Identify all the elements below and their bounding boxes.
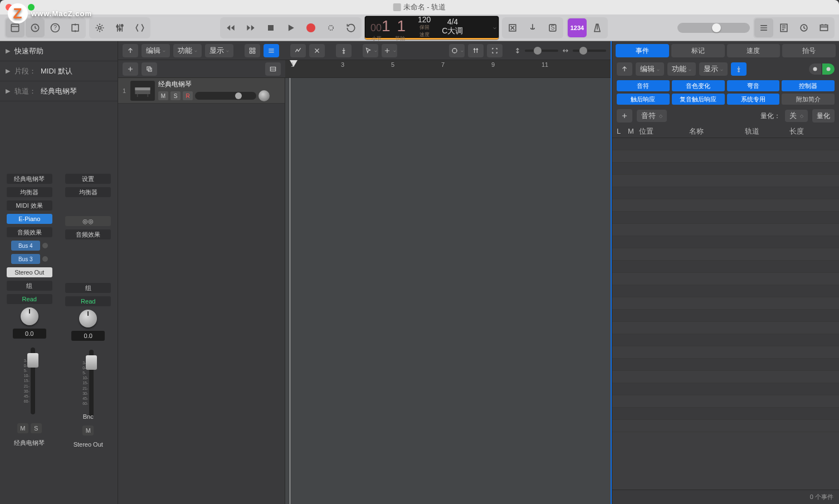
send-bus-1[interactable]: Bus 4: [11, 241, 40, 251]
functions-menu[interactable]: 功能⌵: [667, 62, 696, 76]
automation-button[interactable]: [290, 44, 306, 57]
inspector-button[interactable]: [26, 18, 45, 37]
solo-button[interactable]: S: [31, 423, 42, 433]
track-volume[interactable]: [195, 92, 256, 100]
event-type-select[interactable]: 音符◇: [637, 110, 667, 122]
snap-button[interactable]: ⌵: [449, 44, 465, 57]
pan-knob[interactable]: [21, 307, 38, 325]
lcd-display[interactable]: 001 1 小节节拍 120 保留 速度 4/4 C大调 ⌵: [365, 16, 499, 40]
output-slot[interactable]: Stereo Out: [7, 267, 52, 277]
arrange-area[interactable]: [285, 78, 611, 504]
stereo-icon-slot[interactable]: ◎◎: [65, 216, 111, 226]
capture-record-button[interactable]: [321, 18, 340, 37]
filter-controller[interactable]: 控制器: [782, 80, 835, 91]
audiofx-slot[interactable]: 音频效果: [7, 227, 52, 237]
filter-additional[interactable]: 附加简介: [782, 94, 835, 105]
tab-markers[interactable]: 标记: [671, 44, 725, 57]
quantize-button[interactable]: 量化: [812, 109, 835, 123]
library-button[interactable]: [6, 18, 25, 37]
record-button[interactable]: [301, 18, 320, 37]
flex-button[interactable]: [309, 44, 325, 57]
filter-pitchbend[interactable]: 弯音: [727, 80, 780, 91]
pan-knob[interactable]: [79, 310, 97, 327]
lcd-menu-chevron[interactable]: ⌵: [493, 24, 496, 30]
track-pan[interactable]: [258, 90, 270, 101]
mute-button[interactable]: M: [17, 423, 28, 433]
track-record[interactable]: R: [183, 91, 193, 100]
notepad-button[interactable]: [774, 18, 793, 37]
quick-help-disclosure[interactable]: ▶快速帮助: [0, 41, 118, 61]
event-list[interactable]: [612, 138, 839, 490]
grid-view-button[interactable]: [245, 44, 260, 57]
filter-notes[interactable]: 音符: [617, 80, 670, 91]
volume-fader[interactable]: [89, 350, 94, 417]
replace-button[interactable]: [503, 18, 522, 37]
global-tracks-button[interactable]: [265, 62, 281, 76]
up-arrow-button[interactable]: [617, 62, 632, 76]
stop-button[interactable]: [261, 18, 280, 37]
db-value[interactable]: 0.0: [71, 331, 105, 341]
traffic-close[interactable]: [6, 4, 12, 11]
automation-slot[interactable]: Read: [7, 294, 52, 304]
fit-button[interactable]: [487, 44, 503, 57]
db-value[interactable]: 0.0: [13, 329, 46, 339]
filter-sysex[interactable]: 系统专用: [727, 94, 780, 105]
loops-button[interactable]: [794, 18, 813, 37]
functions-menu[interactable]: 功能⌵: [173, 44, 202, 57]
filter-aftertouch[interactable]: 触后响应: [617, 94, 670, 105]
rewind-button[interactable]: [221, 18, 240, 37]
help-button[interactable]: ?: [46, 18, 65, 37]
eq-slot[interactable]: 均衡器: [7, 187, 52, 197]
tuner-button[interactable]: [523, 18, 542, 37]
audiofx-slot[interactable]: 音频效果: [65, 229, 111, 239]
region-disclosure[interactable]: ▶片段：MIDI 默认: [0, 61, 118, 81]
add-event-button[interactable]: [617, 109, 632, 123]
instrument-icon[interactable]: [130, 81, 155, 101]
solo-button[interactable]: S: [543, 18, 562, 37]
filter-polyaftertouch[interactable]: 复音触后响应: [672, 94, 725, 105]
volume-fader[interactable]: [31, 348, 35, 414]
metronome-button[interactable]: [588, 18, 607, 37]
cycle-button[interactable]: [342, 18, 360, 37]
group-slot[interactable]: 组: [65, 283, 111, 293]
track-row[interactable]: 1 经典电钢琴 M S R: [118, 78, 285, 104]
catch-button[interactable]: [731, 62, 747, 76]
forward-button[interactable]: [241, 18, 260, 37]
toolbar-button[interactable]: [66, 18, 85, 37]
timeline-ruler[interactable]: 1 3 5 7 9 11: [285, 60, 611, 77]
track-mute[interactable]: M: [158, 91, 168, 100]
setting-slot[interactable]: 经典电钢琴: [7, 174, 52, 184]
mute-button[interactable]: M: [82, 425, 94, 436]
tab-events[interactable]: 事件: [616, 44, 669, 57]
play-button[interactable]: [281, 18, 300, 37]
midi-in-toggle[interactable]: [809, 63, 835, 75]
secondary-tool[interactable]: ⌵: [382, 44, 397, 57]
edit-menu[interactable]: 编辑⌵: [142, 44, 170, 57]
midifx-slot[interactable]: MIDI 效果: [7, 200, 52, 211]
horizontal-zoom-slider[interactable]: [573, 50, 606, 52]
smart-controls-button[interactable]: [90, 18, 109, 37]
list-editors-button[interactable]: [754, 18, 773, 37]
tab-signature[interactable]: 拍号: [782, 44, 836, 57]
view-menu[interactable]: 显示⌵: [699, 62, 728, 76]
traffic-zoom[interactable]: [28, 4, 35, 11]
traffic-minimize[interactable]: [17, 4, 23, 11]
catch-button[interactable]: [336, 44, 352, 57]
setting-slot[interactable]: 设置: [65, 174, 111, 184]
mixer-button[interactable]: [110, 18, 129, 37]
pointer-tool[interactable]: ⌵: [363, 44, 378, 57]
duplicate-track-button[interactable]: [142, 62, 157, 76]
group-slot[interactable]: 组: [7, 281, 52, 291]
add-track-button[interactable]: [123, 62, 138, 76]
vertical-zoom-slider[interactable]: [525, 50, 558, 52]
filter-progchange[interactable]: 音色变化: [672, 80, 725, 91]
instrument-slot[interactable]: E-Piano: [7, 214, 52, 224]
edit-menu[interactable]: 编辑⌵: [636, 62, 664, 76]
up-arrow-button[interactable]: [123, 44, 138, 57]
list-view-button[interactable]: [264, 44, 279, 57]
send-bus-2[interactable]: Bus 3: [11, 254, 40, 264]
view-menu[interactable]: 显示⌵: [205, 44, 233, 57]
drag-mode-button[interactable]: [468, 44, 484, 57]
count-in-button[interactable]: 1234: [568, 18, 587, 37]
browsers-button[interactable]: [814, 18, 833, 37]
